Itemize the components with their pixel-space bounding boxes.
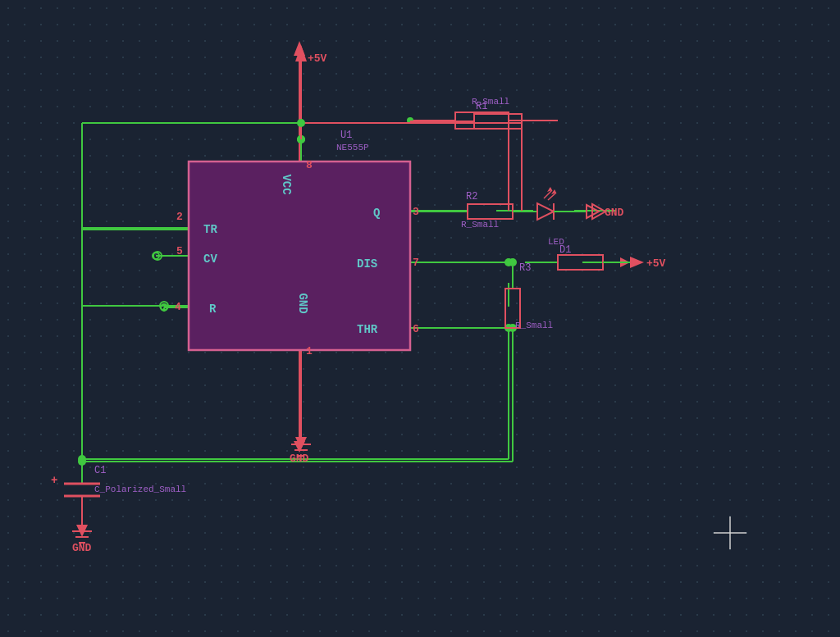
- svg-text:R_Small: R_Small: [515, 321, 553, 330]
- svg-text:R_Small: R_Small: [461, 220, 499, 230]
- svg-marker-63: [295, 437, 307, 449]
- svg-text:+5V: +5V: [308, 52, 327, 65]
- svg-point-57: [297, 119, 305, 127]
- svg-text:Q: Q: [373, 207, 380, 220]
- svg-marker-67: [537, 203, 554, 220]
- svg-text:VCC: VCC: [280, 174, 293, 195]
- svg-rect-90: [189, 162, 410, 350]
- svg-text:TR: TR: [203, 223, 217, 236]
- svg-text:GND: GND: [290, 453, 309, 465]
- svg-text:GND: GND: [72, 542, 92, 554]
- svg-text:R_Small: R_Small: [472, 97, 509, 107]
- svg-text:+: +: [51, 474, 57, 487]
- svg-text:R: R: [209, 303, 217, 316]
- svg-text:5: 5: [176, 245, 183, 257]
- main-schematic: TR CV R VCC GND Q DIS THR 8 2 5 4 1 3 7 …: [0, 0, 840, 637]
- svg-text:+5V: +5V: [646, 257, 666, 270]
- svg-text:C1: C1: [94, 465, 106, 476]
- svg-text:1: 1: [306, 345, 313, 357]
- svg-marker-83: [630, 257, 644, 268]
- svg-text:GND: GND: [605, 207, 624, 219]
- svg-rect-42: [474, 114, 522, 129]
- svg-text:NE555P: NE555P: [336, 143, 369, 152]
- svg-text:3: 3: [413, 206, 419, 218]
- svg-text:6: 6: [413, 323, 419, 335]
- svg-text:R3: R3: [519, 262, 531, 274]
- svg-text:C_Polarized_Small: C_Polarized_Small: [94, 485, 186, 494]
- svg-text:2: 2: [176, 211, 183, 223]
- svg-text:8: 8: [306, 159, 313, 171]
- svg-point-76: [509, 258, 517, 266]
- svg-marker-39: [295, 45, 307, 61]
- svg-text:GND: GND: [296, 293, 309, 313]
- svg-text:4: 4: [175, 301, 181, 313]
- svg-text:CV: CV: [203, 253, 217, 266]
- svg-text:U1: U1: [340, 130, 352, 141]
- svg-rect-81: [558, 255, 603, 270]
- svg-text:THR: THR: [357, 323, 378, 336]
- svg-text:DIS: DIS: [357, 257, 377, 271]
- svg-text:R2: R2: [466, 191, 477, 202]
- svg-rect-65: [468, 204, 513, 219]
- svg-text:7: 7: [413, 257, 419, 269]
- svg-text:LED: LED: [548, 237, 564, 247]
